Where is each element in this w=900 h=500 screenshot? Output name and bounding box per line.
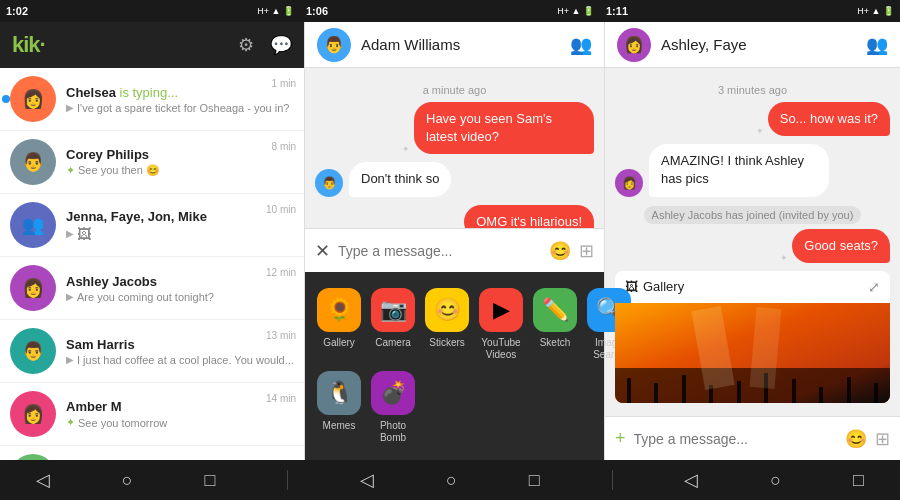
home-btn-mid[interactable]: ○ — [446, 470, 457, 491]
status-left: 1:02 H+ ▲ 🔋 — [0, 5, 300, 17]
chat-list-panel: kik· ⚙ 💬 👩 Chelsea is typing... ▶ I've g… — [0, 22, 305, 460]
media-camera[interactable]: 📷 Camera — [371, 288, 415, 361]
divider-1 — [287, 470, 288, 490]
avatar-jenna: 👩 — [10, 454, 56, 460]
right-msg-bubble-4: Good seats? — [792, 229, 890, 263]
chat-info-chelsea: Chelsea is typing... ▶ I've got a spare … — [66, 85, 294, 114]
home-btn-left[interactable]: ○ — [122, 470, 133, 491]
right-emoji-icon[interactable]: 😊 — [845, 428, 867, 450]
kik-status-icon: ✦ — [66, 164, 75, 177]
avatar-chelsea: 👩 — [10, 76, 56, 122]
chat-info-ashley: Ashley Jacobs ▶ Are you coming out tonig… — [66, 274, 294, 303]
header-icons: ⚙ 💬 — [238, 34, 292, 56]
arrow-icon-ashley: ▶ — [66, 291, 74, 302]
emoji-icon[interactable]: 😊 — [549, 240, 571, 262]
recent-btn-mid[interactable]: □ — [529, 470, 540, 491]
gallery-image — [615, 303, 890, 403]
status-time-mid: 1:06 — [306, 5, 328, 17]
avatar-ashley: 👩 — [10, 265, 56, 311]
chat-item-jenna[interactable]: 👩 Jenna Green ✦ Did you see the trailer?… — [0, 446, 304, 460]
chat-preview-corey: ✦ See you then 😊 — [66, 164, 294, 177]
media-sketch[interactable]: ✏️ Sketch — [533, 288, 577, 361]
system-msg-text: Ashley Jacobs has joined (invited by you… — [644, 206, 862, 224]
back-btn-left[interactable]: ◁ — [36, 469, 50, 491]
kik-logo: kik· — [12, 32, 45, 58]
media-youtube[interactable]: ▶ YouTube Videos — [479, 288, 523, 361]
memes-icon-box: 🐧 — [317, 371, 361, 415]
settings-icon[interactable]: ⚙ — [238, 34, 254, 56]
chat-preview-sam: ▶ I just had coffee at a cool place. You… — [66, 354, 294, 366]
media-memes[interactable]: 🐧 Memes — [317, 371, 361, 444]
chat-preview-amber: ✦ See you tomorrow — [66, 416, 294, 429]
status-right: 1:11 H+ ▲ 🔋 — [600, 5, 900, 17]
media-photobomb[interactable]: 💣 Photo Bomb — [371, 371, 415, 444]
chat-preview-group: ▶ 🖼 — [66, 226, 294, 242]
right-msg-row-4: ✦ Good seats? — [615, 229, 890, 263]
chat-time-group: 10 min — [266, 204, 296, 215]
chat-item-sam[interactable]: 👨 Sam Harris ▶ I just had coffee at a co… — [0, 320, 304, 383]
right-attachment-icon[interactable]: ⊞ — [875, 428, 890, 450]
youtube-icon-box: ▶ — [479, 288, 523, 332]
right-contact-name: Ashley, Faye — [661, 36, 856, 53]
avatar-ashley-msg: 👩 — [615, 169, 643, 197]
chat-list: 👩 Chelsea is typing... ▶ I've got a spar… — [0, 68, 304, 460]
recent-btn-right[interactable]: □ — [853, 470, 864, 491]
chat-item-group[interactable]: 👥 Jenna, Faye, Jon, Mike ▶ 🖼 10 min — [0, 194, 304, 257]
sketch-icon-box: ✏️ — [533, 288, 577, 332]
right-header: 👩 Ashley, Faye 👥 — [605, 22, 900, 68]
avatar-corey: 👨 — [10, 139, 56, 185]
chat-item-chelsea[interactable]: 👩 Chelsea is typing... ▶ I've got a spar… — [0, 68, 304, 131]
right-message-input[interactable] — [634, 431, 837, 447]
youtube-label: YouTube Videos — [479, 337, 523, 361]
chat-item-amber[interactable]: 👩 Amber M ✦ See you tomorrow 14 min — [0, 383, 304, 446]
people-icon[interactable]: 👥 — [570, 34, 592, 56]
photobomb-icon-box: 💣 — [371, 371, 415, 415]
chat-info-corey: Corey Philips ✦ See you then 😊 — [66, 147, 294, 177]
msg-bubble-1: Have you seen Sam's latest video? — [414, 102, 594, 154]
avatar-adam-msg: 👨 — [315, 169, 343, 197]
back-btn-mid[interactable]: ◁ — [360, 469, 374, 491]
chat-time-chelsea: 1 min — [272, 78, 296, 89]
right-msg-bubble-2: AMAZING! I think Ashley has pics — [649, 144, 829, 196]
arrow-icon-sam: ▶ — [66, 354, 74, 365]
chat-time-amber: 14 min — [266, 393, 296, 404]
right-msg-row-2: 👩 AMAZING! I think Ashley has pics — [615, 144, 890, 196]
chat-time-ashley: 12 min — [266, 267, 296, 278]
recent-btn-left[interactable]: □ — [205, 470, 216, 491]
timestamp-adam: a minute ago — [315, 84, 594, 96]
status-icons-mid: H+ ▲ 🔋 — [557, 6, 594, 16]
media-gallery[interactable]: 🌻 Gallery — [317, 288, 361, 361]
share-icon[interactable]: ⤢ — [868, 279, 880, 295]
compose-icon[interactable]: 💬 — [270, 34, 292, 56]
chat-name-sam: Sam Harris — [66, 337, 294, 352]
chat-preview-ashley: ▶ Are you coming out tonight? — [66, 291, 294, 303]
right-people-icon[interactable]: 👥 — [866, 34, 888, 56]
gallery-label: Gallery — [323, 337, 355, 349]
media-grid: 🌻 Gallery 📷 Camera 😊 Stickers ▶ YouTube … — [317, 288, 592, 444]
cancel-icon[interactable]: ✕ — [315, 240, 330, 262]
attachment-icon[interactable]: ⊞ — [579, 240, 594, 262]
msg-bubble-2: Don't think so — [349, 162, 451, 196]
chat-item-ashley[interactable]: 👩 Ashley Jacobs ▶ Are you coming out ton… — [0, 257, 304, 320]
camera-icon-box: 📷 — [371, 288, 415, 332]
stickers-label: Stickers — [429, 337, 465, 349]
mid-contact-name: Adam Williams — [361, 36, 560, 53]
arrow-icon-group: ▶ — [66, 228, 74, 239]
back-btn-right[interactable]: ◁ — [684, 469, 698, 491]
message-input[interactable] — [338, 243, 541, 259]
right-msg-status-4: ✦ — [780, 253, 788, 263]
msg-row-3: ✦ OMG it's hilarious! — [315, 205, 594, 228]
chat-name-amber: Amber M — [66, 399, 294, 414]
status-mid: 1:06 H+ ▲ 🔋 — [300, 5, 600, 17]
chat-item-corey[interactable]: 👨 Corey Philips ✦ See you then 😊 8 min — [0, 131, 304, 194]
sketch-label: Sketch — [540, 337, 571, 349]
message-input-bar: ✕ 😊 ⊞ — [305, 228, 604, 272]
system-msg: Ashley Jacobs has joined (invited by you… — [615, 205, 890, 223]
add-media-icon[interactable]: + — [615, 428, 626, 449]
mid-header: 👨 Adam Williams 👥 — [305, 22, 604, 68]
media-stickers[interactable]: 😊 Stickers — [425, 288, 469, 361]
home-btn-right[interactable]: ○ — [770, 470, 781, 491]
typing-indicator: is typing... — [116, 85, 178, 100]
kik-icon-amber: ✦ — [66, 416, 75, 429]
avatar-amber: 👩 — [10, 391, 56, 437]
